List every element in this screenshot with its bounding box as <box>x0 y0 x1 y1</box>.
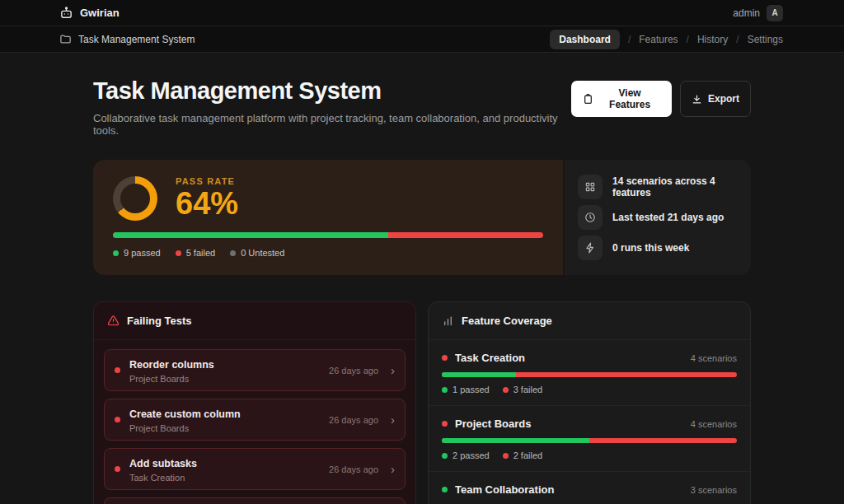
username: admin <box>733 7 760 19</box>
coverage-item[interactable]: Project Boards 4 scenarios 2 passed 2 fa… <box>429 406 750 472</box>
grid-icon <box>578 175 603 199</box>
nav-separator: / <box>628 34 631 45</box>
failing-tests-card: Failing Tests Reorder columnsProject Boa… <box>93 301 416 504</box>
green-dot <box>442 453 448 459</box>
pass-rate-value: 64% <box>176 188 238 221</box>
stats-panel: 14 scenarios across 4 features Last test… <box>565 160 751 275</box>
coverage-item[interactable]: Team Collaboration 3 scenarios 3 passed <box>429 472 750 504</box>
coverage-bar <box>442 372 737 377</box>
pass-rate-bar-fill <box>113 232 388 238</box>
failing-tests-title: Failing Tests <box>127 315 192 327</box>
pass-rate-donut <box>113 176 157 221</box>
nav-separator: / <box>736 34 738 45</box>
view-features-button[interactable]: View Features <box>571 81 672 117</box>
folder-icon <box>59 33 72 45</box>
green-dot <box>113 250 119 256</box>
main-nav: Dashboard / Features / History / Setting… <box>550 30 783 49</box>
nav-dashboard[interactable]: Dashboard <box>550 30 620 49</box>
breadcrumb-label: Task Management System <box>78 34 195 45</box>
main-content: Task Management System Collaborative tas… <box>93 77 751 504</box>
nav-features[interactable]: Features <box>639 34 678 45</box>
failed-dot <box>115 417 120 422</box>
nav-settings[interactable]: Settings <box>748 34 783 45</box>
failing-test-row[interactable]: Reorder columnsProject Boards 26 days ag… <box>104 349 406 391</box>
red-dot <box>503 453 509 459</box>
feature-status-dot <box>442 487 448 492</box>
feature-coverage-card: Feature Coverage Task Creation 4 scenari… <box>428 301 751 504</box>
zap-icon <box>578 236 603 260</box>
pass-rate-bar <box>113 232 543 238</box>
failing-test-row[interactable]: Add subtasksTask Creation 26 days ago › <box>104 448 406 490</box>
failing-test-row[interactable]: Set task priorityTask Creation 26 days a… <box>104 497 406 504</box>
bar-chart-icon <box>442 315 454 327</box>
stat-last-tested: Last tested 21 days ago <box>578 205 738 230</box>
page-title: Task Management System <box>93 77 571 105</box>
coverage-bar-fill <box>442 438 589 443</box>
pass-rate-label: PASS RATE <box>176 176 238 186</box>
export-button[interactable]: Export <box>680 81 751 117</box>
feature-status-dot <box>442 355 448 361</box>
legend-passed: 9 passed <box>113 248 161 258</box>
red-dot <box>176 250 181 256</box>
sub-bar: Task Management System Dashboard / Featu… <box>0 26 844 53</box>
download-icon <box>692 94 702 105</box>
legend-untested: 0 Untested <box>230 248 284 258</box>
breadcrumb: Task Management System <box>59 33 195 45</box>
coverage-bar <box>442 438 737 443</box>
summary-section: PASS RATE 64% 9 passed 5 failed 0 Untest… <box>93 160 751 275</box>
avatar[interactable]: A <box>767 5 783 21</box>
brand: Gwirian <box>59 6 120 20</box>
green-dot <box>442 387 448 393</box>
robot-logo-icon <box>59 6 73 20</box>
feature-coverage-title: Feature Coverage <box>462 315 552 327</box>
failed-dot <box>115 466 120 472</box>
stat-runs: 0 runs this week <box>578 236 738 260</box>
warning-triangle-icon <box>107 315 120 327</box>
stat-scenarios: 14 scenarios across 4 features <box>578 175 738 199</box>
gray-dot <box>230 250 236 256</box>
nav-history[interactable]: History <box>697 34 728 45</box>
brand-name: Gwirian <box>80 7 120 19</box>
nav-separator: / <box>687 34 689 45</box>
feature-status-dot <box>442 421 448 427</box>
coverage-bar-fill <box>442 372 516 377</box>
failing-test-row[interactable]: Create custom columnProject Boards 26 da… <box>104 399 406 441</box>
pass-rate-card: PASS RATE 64% 9 passed 5 failed 0 Untest… <box>93 160 563 275</box>
top-bar: Gwirian admin A <box>0 0 844 26</box>
red-dot <box>503 387 509 393</box>
coverage-item[interactable]: Task Creation 4 scenarios 1 passed 3 fai… <box>429 340 750 406</box>
clock-icon <box>578 205 603 230</box>
legend-failed: 5 failed <box>176 248 215 258</box>
chevron-right-icon: › <box>391 364 395 376</box>
chevron-right-icon: › <box>391 413 395 426</box>
chevron-right-icon: › <box>391 463 395 475</box>
page-subtitle: Collaborative task management platform w… <box>93 112 571 137</box>
clipboard-icon <box>583 94 593 105</box>
failed-dot <box>115 367 120 373</box>
